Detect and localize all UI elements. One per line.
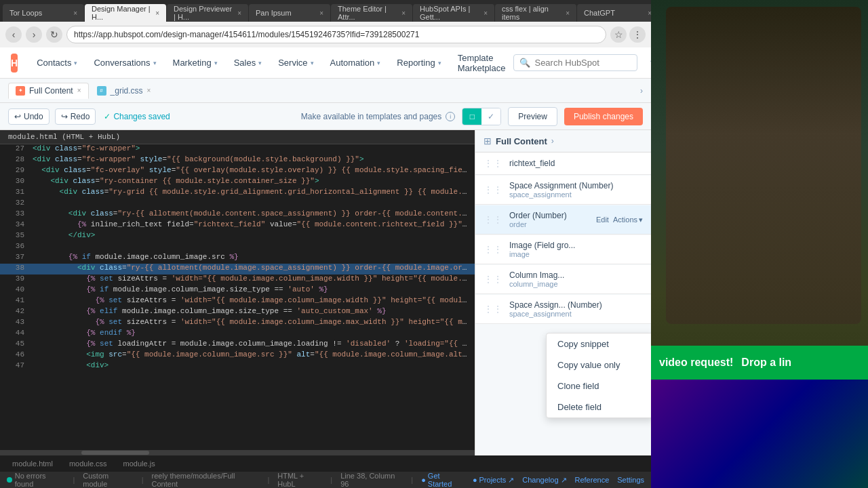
drag-handle-icon[interactable]: ⋮⋮ [484,244,502,255]
module-css-tab[interactable]: module.css [62,458,114,469]
clone-field-item[interactable]: Clone field [547,375,651,396]
chevron-down-icon: ▾ [214,60,218,66]
undo-button[interactable]: ↩ Undo [8,108,50,125]
address-bar[interactable] [66,26,606,43]
drag-handle-icon[interactable]: ⋮⋮ [484,214,502,225]
nav-item-service[interactable]: Service ▾ [270,47,321,79]
file-tab-close-button[interactable]: × [147,87,151,94]
module-js-tab[interactable]: module.js [117,458,162,469]
bookmark-button[interactable]: ☆ [610,26,627,43]
drag-handle-icon[interactable]: ⋮⋮ [484,274,502,285]
tab-close-icon[interactable]: × [155,9,159,17]
redo-button[interactable]: ↪ Redo [55,108,96,125]
toggle-on-button[interactable]: □ [462,108,481,125]
tab-close-icon[interactable]: × [319,9,323,17]
field-name: Column Imag... [509,270,643,280]
hubspot-logo: H [11,54,18,73]
code-line: 31 <div class="ry-grid {{ module.style.g… [0,188,475,199]
field-type: column_image [509,280,643,288]
browser-tab-8[interactable]: ChatGPT × [577,4,651,22]
nav-item-marketing[interactable]: Marketing ▾ [165,47,226,79]
undo-icon: ↩ [14,112,21,121]
refresh-button[interactable]: ↻ [46,26,62,43]
code-line: 40 {% if module.image.column_image.size_… [0,285,475,296]
tab-close-icon[interactable]: × [566,9,570,17]
code-line: 33 <div class="ry-{{ allotment(module.co… [0,209,475,220]
copy-value-only-item[interactable]: Copy value only [547,354,651,375]
browser-tab-6[interactable]: HubSpot APIs | Gett... × [413,4,494,22]
delete-field-item[interactable]: Delete field [547,396,651,418]
settings-link[interactable]: Settings [617,476,644,484]
field-name: Space Assign... (Number) [509,300,643,310]
browser-tab-1[interactable]: Tor Loops × [3,4,84,22]
code-line: 41 {% set sizeAttrs = 'width="{{ module.… [0,296,475,307]
browser-controls: ‹ › ↻ ☆ ⋮ [0,22,651,47]
drag-handle-icon[interactable]: ⋮⋮ [484,184,502,195]
toggle-off-button[interactable]: ✓ [481,108,500,125]
tabs-overflow-button[interactable]: › [640,86,643,96]
tab-label: Design Previewer | H... [174,5,233,21]
forward-button[interactable]: › [26,26,42,43]
make-available-label: Make available in templates and pages i [301,112,455,121]
code-editor[interactable]: module.html (HTML + HubL) 27 <div class=… [0,130,475,455]
copy-snippet-item[interactable]: Copy snippet [547,333,651,354]
code-lines: 27 <div class="fc-wrapper"> 28 <div clas… [0,144,475,453]
tab-close-icon[interactable]: × [484,9,488,17]
changelog-link[interactable]: Changelog ↗ [522,476,566,485]
toolbar-right: Make available in templates and pages i … [301,107,643,126]
code-line: 37 {% if module.image.column_image.src %… [0,253,475,264]
code-line: 35 </div> [0,231,475,242]
field-type: image [509,250,643,258]
nav-item-reporting[interactable]: Reporting ▾ [389,47,449,79]
publish-button[interactable]: Publish changes [564,108,643,125]
back-button[interactable]: ‹ [5,26,22,43]
nav-item-template-marketplace[interactable]: Template Marketplace [450,47,514,79]
code-line: 27 <div class="fc-wrapper"> [0,144,475,155]
tab-close-icon[interactable]: × [237,9,241,17]
horizontal-scrollbar[interactable] [0,450,475,455]
module-html-tab[interactable]: module.html [5,458,60,469]
browser-tab-2[interactable]: Design Manager | H... × [85,4,166,22]
nav-item-sales[interactable]: Sales ▾ [226,47,271,79]
file-tab-grid-css[interactable]: # _grid.css × [90,83,158,98]
chevron-right-icon: › [551,136,554,146]
person-silhouette [666,7,861,324]
drag-handle-icon[interactable]: ⋮⋮ [484,304,502,314]
file-tab-label: _grid.css [111,86,143,96]
cursor-position: Line 38, Column 96 [340,472,403,488]
get-started-link[interactable]: ● Get Started [421,472,465,488]
browser-tab-7[interactable]: css flex | align items × [495,4,576,22]
code-line: 47 <div> [0,361,475,372]
tab-close-icon[interactable]: × [73,9,77,17]
extensions-button[interactable]: ⋮ [629,26,646,43]
scrollbar-thumb[interactable] [81,451,149,455]
code-line: 34 {% inline_rich_text field="richtext_f… [0,220,475,231]
field-edit-button[interactable]: Edit [596,216,609,224]
browser-tab-4[interactable]: Pan Ipsum × [249,4,330,22]
browser-tab-5[interactable]: Theme Editor | Attr... × [331,4,412,22]
search-input[interactable] [534,58,631,68]
nav-items: Contacts ▾ Conversations ▾ Marketing ▾ S… [28,47,513,79]
language-mode: HTML + HubL [277,472,322,488]
webcam-feed: video request! Drop a lin [651,0,868,488]
tab-close-icon[interactable]: × [401,9,406,17]
chevron-down-icon: ▾ [639,216,643,224]
field-actions-button[interactable]: Actions ▾ [613,216,643,224]
browser-tab-3[interactable]: Design Previewer | H... × [167,4,248,22]
banner-text-2: Drop a lin [741,357,791,369]
preview-button[interactable]: Preview [508,107,557,126]
nav-item-automation[interactable]: Automation ▾ [322,47,389,79]
drag-handle-icon[interactable]: ⋮⋮ [484,158,502,169]
reference-link[interactable]: Reference [575,476,610,484]
nav-item-contacts[interactable]: Contacts ▾ [28,47,85,79]
circle-icon: ● [473,476,477,484]
nav-item-conversations[interactable]: Conversations ▾ [85,47,164,79]
info-icon: i [446,112,455,121]
file-tab-close-button[interactable]: × [77,87,81,94]
tab-label: ChatGPT [584,9,615,17]
file-tab-full-content[interactable]: ✦ Full Content × [8,83,89,99]
field-item: ⋮⋮ Column Imag... column_image [475,265,651,294]
code-line: 43 {% set sizeAttrs = 'width="{{ module.… [0,318,475,329]
search-box[interactable]: 🔍 [513,54,637,71]
projects-link[interactable]: ● Projects ↗ [473,476,514,485]
